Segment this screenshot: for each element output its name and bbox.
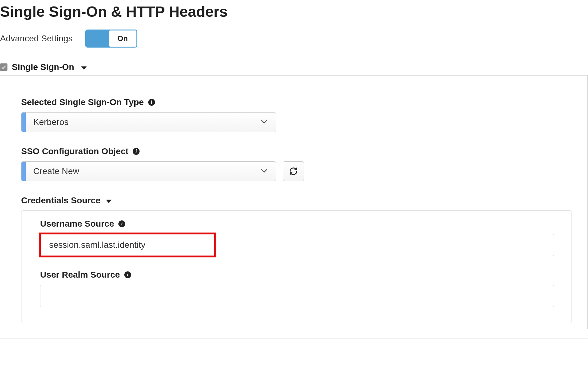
sso-config-select[interactable]: Create New <box>21 161 276 181</box>
sso-section-header[interactable]: Single Sign-On <box>0 62 588 75</box>
caret-down-icon <box>81 62 87 72</box>
caret-down-icon <box>106 196 112 205</box>
sso-config-value: Create New <box>26 166 79 176</box>
username-source-input[interactable] <box>40 234 554 256</box>
sso-type-label: Selected Single Sign-On Type i <box>21 97 575 107</box>
select-marker <box>21 162 26 181</box>
info-icon[interactable]: i <box>124 271 131 278</box>
info-icon[interactable]: i <box>148 99 155 106</box>
sso-checkbox[interactable] <box>0 63 7 71</box>
info-icon[interactable]: i <box>133 148 140 155</box>
select-marker <box>21 113 26 132</box>
user-realm-source-label-text: User Realm Source <box>40 270 120 280</box>
sso-config-label: SSO Configuration Object i <box>21 146 575 156</box>
credentials-source-title: Credentials Source <box>21 196 100 205</box>
toggle-state-label: On <box>117 34 128 43</box>
user-realm-source-label: User Realm Source i <box>40 270 554 280</box>
user-realm-source-input[interactable] <box>40 285 554 307</box>
credentials-source-header[interactable]: Credentials Source <box>21 196 575 205</box>
sso-type-label-text: Selected Single Sign-On Type <box>21 97 144 107</box>
refresh-button[interactable] <box>283 161 304 181</box>
advanced-settings-label: Advanced Settings <box>0 34 73 44</box>
sso-type-value: Kerberos <box>26 117 69 127</box>
svg-marker-1 <box>106 200 112 203</box>
chevron-down-icon <box>261 168 268 174</box>
credentials-panel: Username Source i User Realm Source i <box>21 210 572 323</box>
page-title: Single Sign-On & HTTP Headers <box>0 0 588 30</box>
chevron-down-icon <box>261 119 268 125</box>
info-icon[interactable]: i <box>118 220 125 227</box>
refresh-icon <box>289 167 298 176</box>
sso-type-select[interactable]: Kerberos <box>21 112 276 132</box>
advanced-settings-toggle[interactable]: On <box>85 30 137 48</box>
sso-panel: Selected Single Sign-On Type i Kerberos … <box>0 75 588 329</box>
username-source-label-text: Username Source <box>40 219 114 229</box>
check-icon <box>1 64 7 70</box>
username-source-label: Username Source i <box>40 219 554 229</box>
advanced-settings-row: Advanced Settings On <box>0 30 588 48</box>
svg-marker-0 <box>81 67 87 70</box>
sso-config-label-text: SSO Configuration Object <box>21 146 128 156</box>
toggle-knob: On <box>109 30 136 47</box>
sso-section-title: Single Sign-On <box>12 62 74 72</box>
